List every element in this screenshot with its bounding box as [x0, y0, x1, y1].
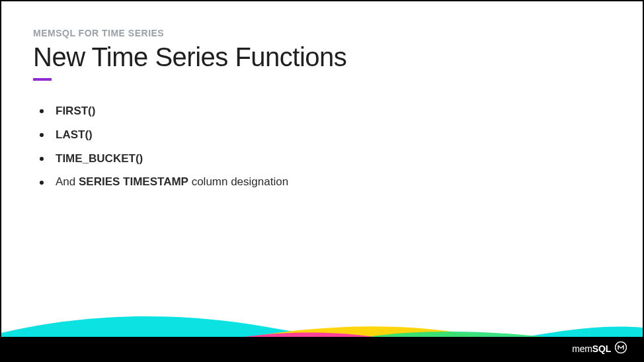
list-item: FIRST() [40, 103, 611, 119]
brand-suffix: SQL [592, 343, 611, 354]
slide-content: MEMSQL FOR TIME SERIES New Time Series F… [1, 1, 643, 190]
brand-logo: memSQL [572, 341, 627, 356]
list-item: And SERIES TIMESTAMP column designation [40, 174, 611, 190]
bullet-strong: SERIES TIMESTAMP [79, 175, 188, 188]
accent-rule [33, 78, 52, 81]
list-item: LAST() [40, 127, 611, 143]
footer-bar: memSQL [1, 337, 643, 361]
brand-prefix: mem [572, 343, 592, 354]
page-title: New Time Series Functions [33, 42, 611, 71]
bullet-prefix: And [56, 175, 79, 188]
bullet-text: LAST() [56, 128, 93, 141]
bullet-text: TIME_BUCKET() [56, 152, 143, 165]
bullet-list: FIRST() LAST() TIME_BUCKET() And SERIES … [33, 103, 611, 190]
eyebrow-text: MEMSQL FOR TIME SERIES [33, 28, 611, 38]
brand-text: memSQL [572, 343, 611, 354]
bullet-text: And SERIES TIMESTAMP column designation [56, 175, 288, 188]
bullet-text: FIRST() [56, 105, 95, 117]
brand-mark-icon [615, 341, 627, 356]
bullet-suffix: column designation [188, 175, 288, 188]
list-item: TIME_BUCKET() [40, 151, 611, 167]
slide: MEMSQL FOR TIME SERIES New Time Series F… [1, 1, 643, 361]
svg-point-0 [616, 342, 627, 353]
